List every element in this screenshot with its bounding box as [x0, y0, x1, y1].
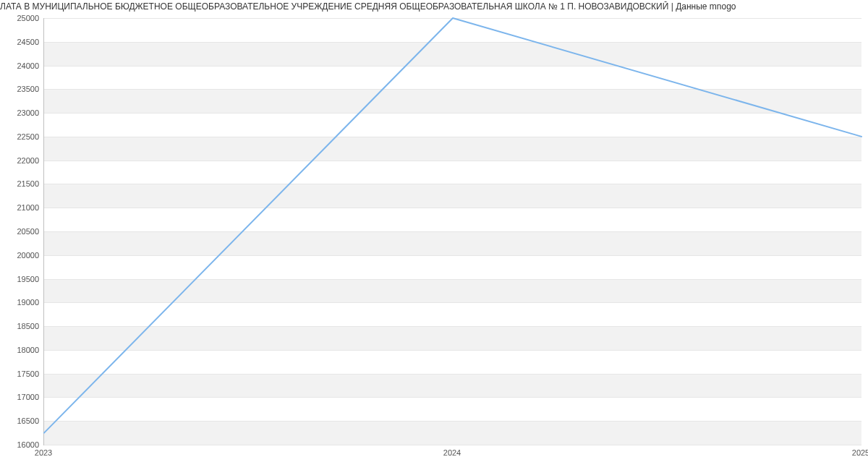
y-tick-label: 25000: [17, 14, 39, 22]
series-line: [44, 18, 861, 433]
y-tick-label: 24500: [17, 38, 39, 46]
y-tick-label: 23500: [17, 85, 39, 93]
plot-area: [43, 18, 861, 445]
y-tick-label: 16500: [17, 416, 39, 425]
x-tick-label: 2024: [443, 448, 461, 457]
y-tick-label: 24000: [17, 61, 39, 70]
y-tick-label: 21500: [17, 179, 39, 188]
y-tick-label: 19000: [17, 298, 39, 307]
y-tick-label: 20500: [17, 227, 39, 236]
y-tick-label: 22500: [17, 132, 39, 141]
y-tick-label: 18000: [17, 346, 39, 354]
y-tick-label: 17000: [17, 393, 39, 401]
chart-title: ЛАТА В МУНИЦИПАЛЬНОЕ БЮДЖЕТНОЕ ОБЩЕОБРАЗ…: [0, 1, 868, 12]
chart-container: ЛАТА В МУНИЦИПАЛЬНОЕ БЮДЖЕТНОЕ ОБЩЕОБРАЗ…: [0, 0, 868, 470]
line-series-svg: [44, 18, 861, 445]
x-tick-label: 2023: [35, 448, 52, 457]
y-tick-label: 20000: [17, 251, 39, 260]
y-tick-label: 19500: [17, 275, 39, 283]
y-tick-label: 18500: [17, 322, 39, 330]
grid-line: [44, 445, 861, 445]
y-tick-label: 22000: [17, 156, 39, 165]
y-tick-label: 17500: [17, 369, 39, 378]
y-tick-label: 23000: [17, 108, 39, 117]
x-tick-label: 2025: [852, 448, 868, 457]
y-tick-label: 21000: [17, 203, 39, 212]
